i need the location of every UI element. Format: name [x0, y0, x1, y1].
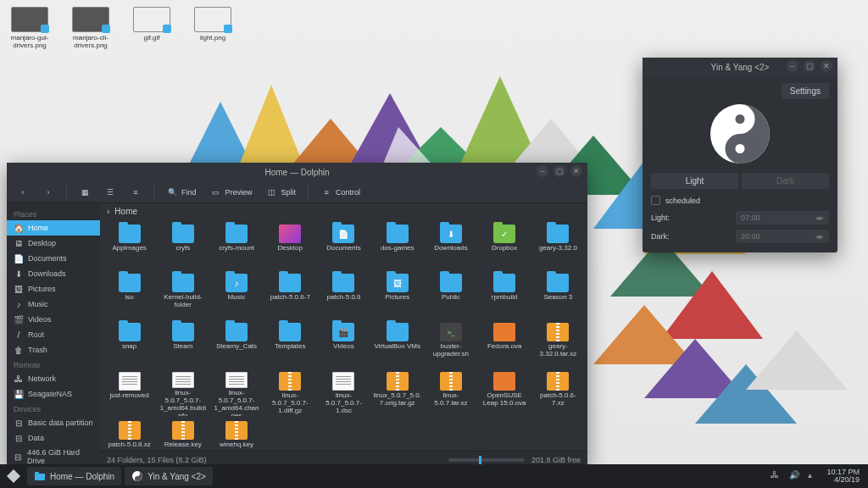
- icons-view-button[interactable]: ▦: [74, 184, 96, 201]
- file-item[interactable]: cryfs-mount: [210, 223, 262, 270]
- file-item[interactable]: AppImages: [103, 223, 155, 270]
- file-icon: [119, 421, 141, 440]
- file-item[interactable]: Templates: [264, 321, 316, 369]
- file-item[interactable]: Season 3: [532, 272, 584, 319]
- sidebar-item[interactable]: 🖧Network: [7, 371, 100, 386]
- back-button[interactable]: ‹: [12, 184, 34, 201]
- file-item[interactable]: patch-5.0.6-7: [264, 272, 316, 319]
- sidebar-item[interactable]: ♪Music: [7, 297, 100, 312]
- split-button[interactable]: ◫Split: [261, 184, 302, 201]
- file-icon: [440, 372, 462, 391]
- file-item[interactable]: dos-games: [371, 223, 423, 270]
- taskbar-task-dolphin[interactable]: Home — Dolphin: [27, 467, 121, 485]
- file-item[interactable]: >_buster-upgrader.sh: [425, 321, 476, 369]
- app-launcher[interactable]: [3, 466, 24, 486]
- file-item[interactable]: Fedora.ova: [479, 321, 531, 369]
- file-item[interactable]: iso: [103, 272, 155, 319]
- file-item[interactable]: snap: [103, 321, 155, 369]
- file-item[interactable]: 📄Documents: [318, 223, 370, 270]
- sidebar-item[interactable]: ⬇Downloads: [7, 266, 100, 281]
- file-item[interactable]: linux_5.0.7_5.0.7.orig.tar.gz: [371, 370, 423, 418]
- file-item[interactable]: VirtualBox VMs: [371, 321, 423, 369]
- file-item[interactable]: winehq.key: [210, 419, 262, 451]
- file-icon: 🖼: [387, 274, 409, 292]
- file-item[interactable]: rpmbuild: [479, 272, 531, 319]
- file-icon: [493, 372, 515, 391]
- maximize-button[interactable]: ▢: [804, 60, 815, 72]
- file-icon: [493, 274, 515, 292]
- file-item[interactable]: geary-3.32.0: [532, 223, 584, 270]
- close-button[interactable]: ✕: [821, 60, 832, 72]
- settings-button[interactable]: Settings: [782, 83, 829, 99]
- sidebar-item[interactable]: 🖥Desktop: [7, 236, 100, 251]
- file-item[interactable]: linux-5.0.7_5.0.7-1.diff.gz: [264, 370, 316, 418]
- sidebar-item[interactable]: 📄Documents: [7, 251, 100, 266]
- file-item[interactable]: ✓Dropbox: [479, 223, 531, 270]
- dolphin-titlebar[interactable]: Home — Dolphin – ▢ ✕: [7, 163, 587, 181]
- minimize-button[interactable]: –: [787, 60, 798, 72]
- dark-time-input[interactable]: 20:00◂▸: [736, 230, 829, 243]
- file-item[interactable]: patch-5.0.6-7.xz: [532, 370, 584, 418]
- file-item[interactable]: Kernel-build-folder: [157, 272, 209, 319]
- minimize-button[interactable]: –: [537, 165, 548, 177]
- file-item[interactable]: geary-3.32.0.tar.xz: [532, 321, 584, 369]
- tray-network-icon[interactable]: 🖧: [771, 470, 782, 482]
- file-item[interactable]: ⬇Downloads: [425, 223, 476, 270]
- file-item[interactable]: patch-5.0.8: [318, 272, 370, 319]
- tray-volume-icon[interactable]: 🔊: [789, 470, 801, 482]
- preview-button[interactable]: ▭Preview: [205, 184, 258, 201]
- sidebar-item[interactable]: 🗑Trash: [7, 342, 100, 358]
- details-view-button[interactable]: ≡: [125, 184, 147, 201]
- file-item[interactable]: Public: [425, 272, 476, 319]
- desktop-icon[interactable]: gif.gif: [129, 7, 175, 49]
- file-item[interactable]: 🖼Pictures: [371, 272, 423, 319]
- svg-rect-19: [35, 472, 39, 474]
- compact-view-button[interactable]: ☰: [99, 184, 121, 201]
- sidebar-item[interactable]: 💾SeagateNAS: [7, 386, 100, 402]
- find-button[interactable]: 🔍Find: [161, 184, 202, 201]
- file-item[interactable]: Steamy_Cats: [210, 321, 262, 369]
- sidebar-item[interactable]: ⊟Data: [7, 430, 100, 446]
- file-item[interactable]: 🎬Videos: [318, 321, 370, 369]
- file-item[interactable]: patch-5.0.8.xz: [103, 419, 155, 451]
- file-item[interactable]: linux-5.0.7_5.0.7-1.dsc: [318, 370, 370, 418]
- file-item[interactable]: linux-5.0.7_5.0.7-1_amd64.changes: [210, 370, 262, 418]
- tray-notifications-icon[interactable]: ▴: [808, 470, 820, 482]
- taskbar-clock[interactable]: 10:17 PM 4/20/19: [826, 469, 860, 485]
- dolphin-toolbar: ‹ › ▦ ☰ ≡ 🔍Find ▭Preview ◫Split ≡Control: [7, 181, 587, 203]
- forward-button[interactable]: ›: [37, 184, 59, 201]
- file-icon: [172, 421, 194, 440]
- light-time-input[interactable]: 07:00◂▸: [736, 211, 829, 225]
- tab-dark[interactable]: Dark: [742, 173, 829, 189]
- file-item[interactable]: ♪Music: [210, 272, 262, 319]
- taskbar-task-yinyang[interactable]: Yin & Yang <2>: [125, 467, 213, 485]
- file-item[interactable]: OpenSUSE Leap 15.0.ova: [479, 370, 531, 418]
- yinyang-titlebar[interactable]: Yin & Yang <2> – ▢ ✕: [643, 58, 837, 76]
- file-item[interactable]: Desktop: [264, 223, 316, 270]
- breadcrumb[interactable]: ›Home: [100, 203, 587, 219]
- zoom-slider[interactable]: [448, 458, 525, 462]
- scheduled-checkbox[interactable]: [651, 196, 660, 205]
- tab-light[interactable]: Light: [651, 173, 738, 189]
- file-item[interactable]: just-removed: [103, 370, 155, 418]
- sidebar-item[interactable]: ⊟Basic data partition: [7, 415, 100, 430]
- sidebar-item[interactable]: 🖼Pictures: [7, 281, 100, 297]
- control-button[interactable]: ≡Control: [315, 184, 365, 201]
- file-item[interactable]: Steam: [157, 321, 209, 369]
- sidebar-item[interactable]: 🎬Videos: [7, 312, 100, 327]
- close-button[interactable]: ✕: [570, 165, 582, 177]
- file-icon: [387, 372, 409, 391]
- file-item[interactable]: cryfs: [157, 223, 209, 270]
- file-icon: [172, 372, 194, 388]
- desktop-icon[interactable]: manjaro-cli-drivers.png: [68, 7, 114, 49]
- desktop-icon[interactable]: manjaro-gui-drivers.png: [7, 7, 53, 49]
- file-icon: [387, 323, 409, 341]
- sidebar-heading-remote: Remote: [7, 358, 100, 371]
- file-item[interactable]: linux-5.0.7.tar.xz: [425, 370, 476, 418]
- sidebar-item[interactable]: /Root: [7, 327, 100, 342]
- sidebar-item[interactable]: 🏠Home: [7, 220, 100, 236]
- file-item[interactable]: linux-5.0.7_5.0.7-1_amd64.buildinfo: [157, 370, 209, 418]
- file-item[interactable]: Release.key: [157, 419, 209, 451]
- desktop-icon[interactable]: light.png: [190, 7, 236, 49]
- maximize-button[interactable]: ▢: [554, 165, 565, 177]
